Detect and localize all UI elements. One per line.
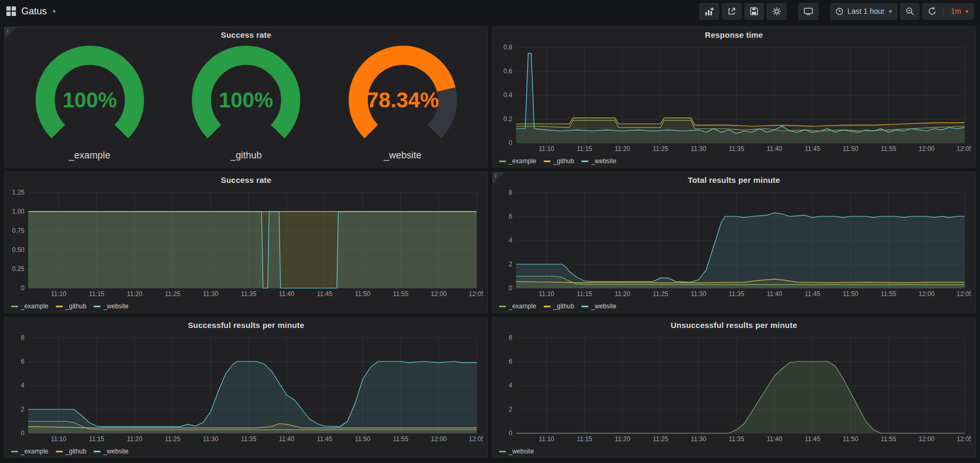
add-panel-button[interactable] [699,3,719,20]
svg-text:11:50: 11:50 [355,435,370,443]
navbar: Gatus ▾ [0,0,980,22]
svg-text:0.50: 0.50 [12,246,25,254]
svg-text:11:20: 11:20 [615,290,630,298]
panel-title[interactable]: Successful results per minute [5,317,487,332]
gauge-_example: 100%_example [18,44,162,161]
svg-text:2: 2 [21,406,24,413]
legend-item-_github[interactable]: _github [544,302,574,310]
legend-item-_example[interactable]: _example [499,302,536,310]
gauge-_github: 100%_github [174,44,318,161]
legend-item-_example[interactable]: _example [11,302,48,310]
svg-text:0.25: 0.25 [12,265,25,273]
legend-item-_github[interactable]: _github [56,448,86,455]
gauge-label: _website [384,150,421,161]
panel-successful-results: Successful results per minute 0246811:10… [4,317,488,458]
svg-text:12:00: 12:00 [918,290,934,298]
dashboard-title[interactable]: Gatus [21,6,47,17]
svg-text:12:05: 12:05 [469,290,483,298]
monitor-icon [804,7,813,15]
svg-text:11:10: 11:10 [51,435,66,443]
legend-marker [56,451,63,452]
svg-text:11:10: 11:10 [51,290,66,298]
svg-text:11:50: 11:50 [355,290,370,298]
svg-text:11:25: 11:25 [165,290,180,298]
gauge-value: 78.34% [367,88,439,112]
refresh-interval-label[interactable]: 1m [951,7,961,15]
chart-canvas[interactable]: 0246811:1011:1511:2011:2511:3011:3511:40… [8,332,483,444]
save-button[interactable] [745,3,764,20]
svg-text:11:10: 11:10 [539,145,554,153]
svg-text:11:45: 11:45 [317,435,332,443]
svg-text:11:30: 11:30 [203,290,218,298]
svg-text:11:55: 11:55 [881,290,896,298]
svg-text:1.00: 1.00 [12,208,25,215]
svg-text:11:20: 11:20 [615,435,630,443]
legend-item-_website[interactable]: _website [581,157,616,165]
dashboards-icon[interactable] [6,6,16,16]
legend-label: _github [65,448,86,455]
panel-title[interactable]: Response time [493,27,975,42]
gauge-row: 100%_example100%_github78.34%_website [5,42,487,163]
successful-results-chart[interactable]: 0246811:1011:1511:2011:2511:3011:3511:40… [8,332,483,444]
svg-text:11:15: 11:15 [577,145,592,153]
chart-canvas[interactable]: 0246811:1011:1511:2011:2511:3011:3511:40… [496,332,971,444]
legend-label: _example [21,302,48,310]
legend-marker [544,161,551,162]
panel-unsuccessful-results: Unsuccessful results per minute 0246811:… [492,317,976,458]
response-time-chart[interactable]: 00.20.40.60.811:1011:1511:2011:2511:3011… [496,42,971,154]
chart-canvas[interactable]: 00.20.40.60.811:1011:1511:2011:2511:3011… [496,42,971,154]
panel-title[interactable]: Success rate [5,27,487,42]
share-button[interactable] [722,3,741,20]
legend-item-_website[interactable]: _website [499,448,534,455]
legend-item-_example[interactable]: _example [11,448,48,455]
svg-text:12:00: 12:00 [918,435,934,443]
svg-text:11:55: 11:55 [393,435,408,443]
legend-marker [581,306,588,307]
refresh-caret-icon[interactable]: ▾ [965,8,968,15]
dashboard-caret-icon[interactable]: ▾ [53,8,56,15]
svg-text:2: 2 [509,260,512,268]
legend-marker [581,161,588,162]
chart-canvas[interactable]: 0246811:1011:1511:2011:2511:3011:3511:40… [496,187,971,299]
legend-item-_website[interactable]: _website [94,302,128,310]
panel-title[interactable]: Total results per minute [493,172,975,187]
panel-title-text: Unsuccessful results per minute [671,321,797,330]
svg-text:11:35: 11:35 [241,290,256,298]
svg-text:12:05: 12:05 [957,435,971,443]
zoom-out-button[interactable] [900,3,919,20]
gauge-value: 100% [62,88,116,112]
svg-text:11:40: 11:40 [279,435,294,443]
success-rate-chart[interactable]: 00.250.500.751.001.2511:1011:1511:2011:2… [8,187,483,299]
bar-chart-plus-icon [705,7,714,16]
share-icon [728,7,736,15]
info-icon[interactable]: i [5,27,16,39]
legend-item-_website[interactable]: _website [94,448,128,455]
svg-text:11:45: 11:45 [805,145,820,153]
settings-button[interactable] [767,3,787,20]
svg-text:8: 8 [509,189,512,196]
info-icon[interactable]: i [493,172,504,184]
legend-item-_website[interactable]: _website [581,302,616,310]
chart-legend: _website [499,448,534,455]
panel-title[interactable]: Unsuccessful results per minute [493,317,975,332]
svg-text:12:00: 12:00 [918,145,934,153]
cycle-view-button[interactable] [798,3,818,20]
panel-title-text: Success rate [221,30,272,39]
chart-canvas[interactable]: 00.250.500.751.001.2511:1011:1511:2011:2… [8,187,483,299]
legend-marker [499,306,506,307]
svg-text:11:25: 11:25 [653,435,668,443]
svg-text:11:25: 11:25 [653,290,668,298]
legend-item-_github[interactable]: _github [56,302,86,310]
legend-item-_github[interactable]: _github [544,157,574,165]
legend-item-_example[interactable]: _example [499,157,536,165]
refresh-button-group[interactable]: 1m ▾ [923,3,974,20]
legend-marker [11,451,18,452]
svg-text:11:35: 11:35 [729,435,744,443]
unsuccessful-results-chart[interactable]: 0246811:1011:1511:2011:2511:3011:3511:40… [496,332,971,444]
total-results-chart[interactable]: 0246811:1011:1511:2011:2511:3011:3511:40… [496,187,971,299]
panel-title[interactable]: Success rate [5,172,487,187]
svg-text:1.25: 1.25 [12,189,25,196]
time-range-picker[interactable]: Last 1 hour ▾ [830,3,897,20]
refresh-icon[interactable] [928,7,936,15]
svg-text:11:10: 11:10 [539,435,554,443]
